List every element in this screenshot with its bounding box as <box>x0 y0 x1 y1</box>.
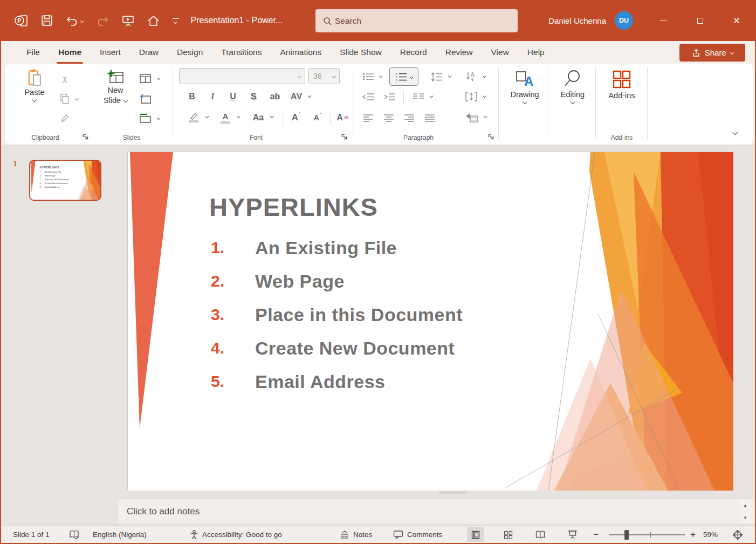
font-dialog-launcher[interactable] <box>341 133 348 141</box>
highlight-chevron-icon[interactable] <box>205 114 209 118</box>
fit-slide-to-window-button[interactable] <box>729 527 746 542</box>
text-shadow-button[interactable]: S <box>245 89 262 105</box>
slide-numbered-list[interactable]: 1. An Existing File 2. Web Page 3. Place… <box>210 231 463 398</box>
editing-button[interactable]: Editing <box>551 67 594 130</box>
align-center-button[interactable] <box>380 109 398 126</box>
tab-draw[interactable]: Draw <box>130 41 168 64</box>
columns-chevron-icon[interactable] <box>430 94 433 97</box>
notes-toggle-button[interactable]: Notes <box>340 526 372 543</box>
user-name[interactable]: Daniel Uchenna <box>548 16 606 25</box>
tab-insert[interactable]: Insert <box>91 41 130 64</box>
customize-qat-icon[interactable] <box>173 18 179 23</box>
redo-icon[interactable] <box>97 15 109 27</box>
clear-formatting-button[interactable]: A <box>332 109 353 126</box>
normal-view-button[interactable] <box>467 527 484 542</box>
slide-layout-button[interactable] <box>136 70 154 86</box>
undo-button[interactable] <box>66 15 84 27</box>
maximize-button[interactable] <box>682 0 718 41</box>
share-button[interactable]: Share <box>679 44 745 62</box>
font-color-chevron-icon[interactable] <box>237 114 240 118</box>
tab-help[interactable]: Help <box>518 41 554 64</box>
tab-record[interactable]: Record <box>391 41 436 64</box>
section-chevron-icon[interactable] <box>157 116 160 119</box>
align-left-button[interactable] <box>359 109 377 126</box>
copy-button[interactable] <box>56 91 73 107</box>
change-case-chevron-icon[interactable] <box>270 114 273 118</box>
change-case-button[interactable]: Aa <box>248 109 269 126</box>
tab-transitions[interactable]: Transitions <box>212 41 271 64</box>
align-right-button[interactable] <box>400 109 418 126</box>
character-spacing-button[interactable]: AV <box>287 89 306 105</box>
align-text-chevron-icon[interactable] <box>483 94 486 97</box>
font-name-combobox[interactable] <box>179 68 305 84</box>
italic-button[interactable]: I <box>204 89 221 105</box>
slide-layout-chevron-icon[interactable] <box>157 76 160 79</box>
paragraph-dialog-launcher[interactable] <box>487 133 495 141</box>
slideshow-view-button[interactable] <box>564 527 581 542</box>
justify-button[interactable] <box>421 109 439 126</box>
format-painter-button[interactable] <box>56 110 73 126</box>
bullets-chevron-icon[interactable] <box>379 74 382 77</box>
smartart-chevron-icon[interactable] <box>484 114 487 118</box>
minimize-button[interactable] <box>645 0 682 41</box>
zoom-slider-handle[interactable] <box>624 530 629 540</box>
numbering-button[interactable]: 1 2 3 <box>389 67 418 86</box>
clipboard-dialog-launcher[interactable] <box>82 133 90 141</box>
drawing-button[interactable]: A Drawing <box>503 67 547 130</box>
font-size-combobox[interactable]: 36 <box>308 68 340 84</box>
slide-sorter-view-button[interactable] <box>499 527 517 542</box>
slide-numbered-list[interactable]: 1. An Existing File 2. Web Page 3. Place… <box>40 170 69 189</box>
slide-indicator[interactable]: Slide 1 of 1 <box>13 526 50 543</box>
home-icon[interactable] <box>147 15 160 27</box>
save-icon[interactable] <box>41 15 53 26</box>
copy-chevron-icon[interactable] <box>75 97 78 100</box>
bullets-button[interactable] <box>359 68 377 85</box>
tab-design[interactable]: Design <box>168 41 212 64</box>
zoom-level[interactable]: 59% <box>703 526 718 543</box>
tab-review[interactable]: Review <box>436 41 482 64</box>
columns-button[interactable] <box>409 89 428 105</box>
powerpoint-logo-icon[interactable]: P <box>14 13 28 28</box>
new-slide-button[interactable]: New Slide <box>98 67 133 130</box>
slide-thumbnail[interactable]: HYPERLINKS 1. An Existing File 2. Web Pa… <box>29 160 101 201</box>
numbering-chevron-icon[interactable] <box>410 75 413 78</box>
scroll-up-icon[interactable]: ▲ <box>740 500 751 511</box>
line-spacing-chevron-icon[interactable] <box>448 74 451 77</box>
tab-view[interactable]: View <box>482 41 518 64</box>
tab-animations[interactable]: Animations <box>271 41 331 64</box>
tab-home[interactable]: Home <box>49 41 91 64</box>
line-spacing-button[interactable] <box>427 68 446 85</box>
zoom-out-button[interactable]: − <box>593 526 599 543</box>
bold-button[interactable]: B <box>183 89 201 105</box>
underline-button[interactable]: U <box>224 89 242 105</box>
spellcheck-button[interactable] <box>69 526 79 543</box>
increase-indent-button[interactable] <box>381 89 399 105</box>
reset-slide-button[interactable] <box>136 91 154 107</box>
start-slideshow-icon[interactable] <box>122 15 134 27</box>
decrease-indent-button[interactable] <box>359 89 377 105</box>
convert-to-smartart-button[interactable] <box>462 109 482 126</box>
cut-icon[interactable]: ✂ <box>57 71 73 88</box>
notes-placeholder[interactable]: Click to add notes <box>127 506 200 517</box>
align-text-button[interactable] <box>462 89 481 105</box>
font-color-button[interactable]: A <box>216 109 235 126</box>
close-button[interactable]: ✕ <box>718 0 755 41</box>
tab-slide-show[interactable]: Slide Show <box>331 41 391 64</box>
highlight-button[interactable] <box>183 109 204 126</box>
slide-canvas[interactable]: HYPERLINKS 1. An Existing File 2. Web Pa… <box>127 152 733 490</box>
addins-button[interactable]: Add-ins <box>599 67 645 130</box>
undo-dropdown-chevron-icon[interactable] <box>80 19 84 22</box>
accessibility-button[interactable]: Accessibility: Good to go <box>190 526 282 543</box>
text-direction-chevron-icon[interactable] <box>483 74 486 77</box>
strikethrough-button[interactable]: ab <box>265 89 285 105</box>
zoom-in-button[interactable]: + <box>690 526 696 543</box>
zoom-slider-track[interactable] <box>609 534 685 535</box>
search-input[interactable] <box>335 16 486 26</box>
paste-button[interactable]: Paste <box>16 67 53 130</box>
language-button[interactable]: English (Nigeria) <box>93 526 147 543</box>
notes-splitter-handle[interactable] <box>439 491 467 494</box>
tab-file[interactable]: File <box>17 41 49 64</box>
character-spacing-chevron-icon[interactable] <box>308 94 311 97</box>
text-direction-button[interactable]: A <box>462 68 481 85</box>
section-button[interactable] <box>136 110 154 126</box>
